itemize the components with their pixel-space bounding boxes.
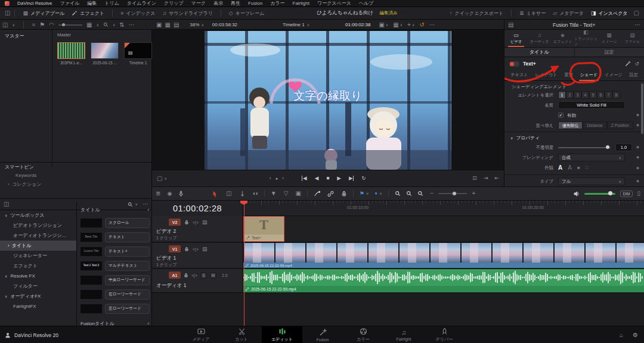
stacked-timelines-icon[interactable]: ◉ <box>167 191 172 197</box>
track-v1-lock-icon[interactable] <box>184 247 189 251</box>
track-a1-lane[interactable]: 2025-06-15 22-22-59.mp4 <box>243 269 644 293</box>
bin-master[interactable]: マスター <box>5 33 24 39</box>
collections-expand-icon[interactable]: › <box>8 182 9 186</box>
tree-filters[interactable]: フィルター <box>0 281 76 291</box>
appearance-fill-icon[interactable]: ■ <box>577 166 580 170</box>
viewer-mode-icon-1[interactable]: ▣ <box>156 22 162 28</box>
zoom-chevron-icon[interactable]: ∨ <box>201 23 203 27</box>
zoom-custom-icon[interactable] <box>417 191 423 197</box>
metadata-toggle[interactable]: ▱メタデータ <box>549 7 587 20</box>
viewer-option-chevron-3[interactable]: ∨ <box>412 23 414 27</box>
menu-playback[interactable]: 再生 <box>231 0 240 7</box>
title-item-right-lower-third[interactable]: 右ローワーサード <box>80 287 150 301</box>
tab-video[interactable]: ▭ビデオ <box>504 30 528 47</box>
timeline-ruler[interactable]: 01:00:10:00 01:00:20:00 <box>243 201 644 216</box>
tree-audio-fx[interactable]: ∨オーディオFX <box>0 291 76 301</box>
media-clip-audio[interactable]: 303PM L-e... <box>57 42 85 65</box>
media-clip-timeline[interactable]: ▤ Timeline 1 <box>124 42 152 65</box>
index-toggle[interactable]: ≡インデックス <box>117 7 159 20</box>
track-v1-autoselect-icon[interactable]: <|> <box>193 247 199 251</box>
viewer-mode-icon-2[interactable]: ▦ <box>165 22 170 28</box>
ui-layout-icon[interactable]: ◫ <box>5 10 10 16</box>
appearance-outline-text-icon[interactable]: A <box>568 165 572 171</box>
home-icon[interactable]: ⌂ <box>620 332 623 338</box>
stop-button[interactable]: ■ <box>326 176 329 181</box>
inspector-scrollbar[interactable] <box>641 83 643 134</box>
effects-toggle[interactable]: エフェクト <box>68 7 108 20</box>
menu-help[interactable]: ヘルプ <box>359 0 374 7</box>
element-name-input[interactable]: White Solid Fill <box>558 101 625 109</box>
effects-sidebar-toggle-icon[interactable]: ◫ <box>4 201 9 207</box>
track-v2-view-icon[interactable]: ▤ <box>202 220 208 225</box>
blend-dropdown[interactable]: 合成∨ <box>558 154 625 161</box>
track-v2-badge[interactable]: V2 <box>169 219 181 226</box>
search-icon[interactable] <box>103 22 109 27</box>
media-pool-more-icon[interactable]: ⋯ <box>129 22 135 28</box>
tree-video-transitions[interactable]: ビデオトランジション <box>0 220 76 230</box>
cloud-icon[interactable]: ◠ <box>49 22 54 28</box>
viewer-zoom-level[interactable]: 38% <box>190 22 199 27</box>
page-deliver[interactable]: デリバー <box>424 326 465 343</box>
viewer-mode-icon-3[interactable]: ▤ <box>174 22 179 28</box>
track-v1-lane[interactable]: 2025-06-15 22-22-59.mp4 <box>243 243 644 269</box>
enabled-checkbox[interactable]: ✓ <box>558 113 564 118</box>
timeline-selector[interactable]: Timeline 1 <box>283 22 305 27</box>
media-clip-video[interactable]: 2025-06-15 ... <box>91 42 119 65</box>
dim-button[interactable]: DIM <box>620 191 633 197</box>
menu-mark[interactable]: マーク <box>191 0 206 7</box>
type-dropdown[interactable]: フル∨ <box>558 177 625 185</box>
audio-meter-icon[interactable]: ▯ <box>637 191 640 197</box>
menu-file[interactable]: ファイル <box>60 0 80 7</box>
opacity-keyframe-icon[interactable]: ◆ <box>636 145 639 149</box>
playhead-line[interactable] <box>244 201 244 326</box>
audio-monitor-speaker-icon[interactable] <box>574 191 580 197</box>
zoom-in-icon[interactable]: + <box>472 191 475 197</box>
last-frame-button[interactable]: ▶ <box>349 176 354 181</box>
title-item-left-lower-third[interactable]: 左ローワーサード <box>80 301 150 316</box>
quick-export-button[interactable]: ↑クイックエクスポート <box>446 7 507 20</box>
smart-bin-keywords[interactable]: Keywords <box>0 171 152 180</box>
mixer-toggle[interactable]: ≣ミキサー <box>516 7 549 20</box>
smart-bin-collections[interactable]: ›コレクション <box>0 180 152 189</box>
page-cut[interactable]: カット <box>221 326 262 343</box>
link-clips-icon[interactable] <box>327 191 334 197</box>
panel-expand-icon[interactable]: ▢ <box>634 10 639 16</box>
tree-resolve-fx[interactable]: ∨Resolve FX <box>0 271 76 281</box>
menu-fairlight[interactable]: Fairlight <box>293 1 309 6</box>
element-2[interactable]: 2 <box>566 91 574 99</box>
dynamic-trim-icon[interactable]: ◖◗ <box>252 191 258 197</box>
title-item-multitext[interactable]: Text 1 Text 2マルチテキスト <box>80 258 150 273</box>
subtab-settings[interactable]: 設定 <box>575 48 644 57</box>
element-7[interactable]: 7 <box>605 91 612 99</box>
texttab-layout[interactable]: レイアウト <box>535 72 558 78</box>
inspector-panel-icon[interactable]: ▤ <box>508 22 513 28</box>
track-v2-autoselect-icon[interactable]: <|> <box>193 220 199 224</box>
clone-tool-icon[interactable]: ≈ <box>32 22 36 28</box>
sort-zposition[interactable]: Z Position <box>607 121 633 129</box>
page-fairlight[interactable]: ♫Fairlight <box>383 326 424 343</box>
grid-view-chevron-icon[interactable]: ∨ <box>97 23 99 27</box>
play-button[interactable]: ▶ <box>337 176 341 181</box>
inspector-toggle[interactable]: ◨インスペクタ <box>587 7 631 20</box>
texttab-settings[interactable]: 設定 <box>629 72 638 78</box>
menu-fusion[interactable]: Fusion <box>248 1 262 6</box>
appearance-keyframe-icon[interactable]: ◆ <box>636 166 639 170</box>
element-8[interactable]: 8 <box>612 91 620 99</box>
loop-button[interactable]: ↻ <box>361 176 366 181</box>
zoom-out-icon[interactable]: − <box>431 191 434 197</box>
viewer-option-icon-1[interactable]: ▣ <box>379 22 384 28</box>
track-a1-solo-button[interactable]: S <box>200 272 207 279</box>
settings-gear-icon[interactable]: ⚙ <box>633 332 638 338</box>
voiceover-mic-icon[interactable] <box>178 191 184 197</box>
appearance-solid-text-icon[interactable]: A <box>558 165 562 171</box>
clip-enable-toggle[interactable] <box>509 61 519 67</box>
element-4[interactable]: 4 <box>581 91 589 99</box>
menu-edit[interactable]: 編集 <box>87 0 97 7</box>
jog-right-icon[interactable]: › <box>282 176 284 181</box>
play-reverse-button[interactable]: ◀ <box>315 176 319 181</box>
overwrite-clip-icon[interactable]: ▽ <box>284 191 289 197</box>
type-keyframe-icon[interactable]: ◆ <box>636 179 639 183</box>
track-v2-lane[interactable]: T Text+ <box>243 216 644 242</box>
razor-edit-icon[interactable] <box>240 191 245 197</box>
element-6[interactable]: 6 <box>597 91 605 99</box>
